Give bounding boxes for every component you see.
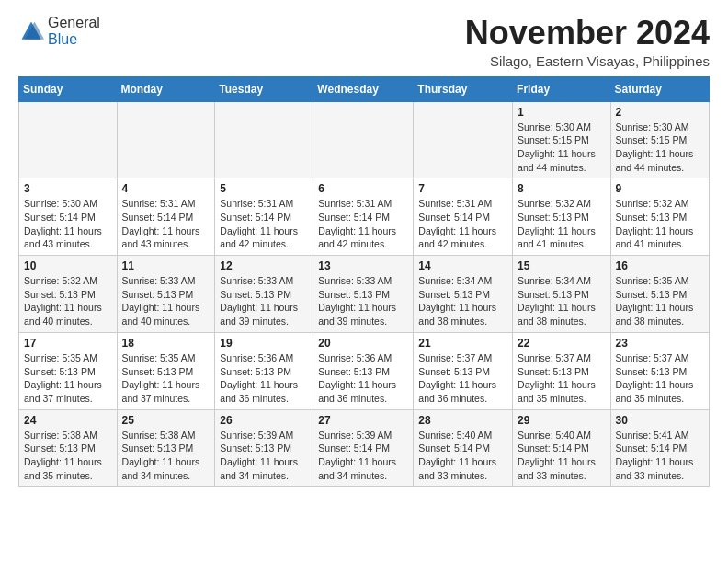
day-cell: 18Sunrise: 5:35 AM Sunset: 5:13 PM Dayli…: [117, 332, 215, 409]
day-info: Sunrise: 5:35 AM Sunset: 5:13 PM Dayligh…: [122, 351, 210, 406]
day-info: Sunrise: 5:31 AM Sunset: 5:14 PM Dayligh…: [418, 197, 507, 251]
day-number: 6: [318, 182, 408, 195]
day-cell: 13Sunrise: 5:33 AM Sunset: 5:13 PM Dayli…: [313, 256, 414, 333]
day-number: 8: [518, 182, 606, 195]
day-cell: 14Sunrise: 5:34 AM Sunset: 5:13 PM Dayli…: [414, 256, 513, 333]
day-info: Sunrise: 5:37 AM Sunset: 5:13 PM Dayligh…: [616, 351, 704, 406]
day-cell: 24Sunrise: 5:38 AM Sunset: 5:13 PM Dayli…: [19, 409, 118, 487]
week-row-5: 24Sunrise: 5:38 AM Sunset: 5:13 PM Dayli…: [19, 409, 710, 487]
logo-area: General Blue: [18, 15, 100, 48]
day-info: Sunrise: 5:39 AM Sunset: 5:14 PM Dayligh…: [318, 429, 408, 483]
day-cell: 1Sunrise: 5:30 AM Sunset: 5:15 PM Daylig…: [513, 101, 611, 178]
day-cell: 25Sunrise: 5:38 AM Sunset: 5:13 PM Dayli…: [117, 409, 215, 487]
weekday-header-thursday: Thursday: [414, 76, 513, 101]
calendar-table: SundayMondayTuesdayWednesdayThursdayFrid…: [18, 76, 710, 488]
weekday-header-wednesday: Wednesday: [313, 76, 414, 101]
header: General Blue November 2024 Silago, Easte…: [18, 15, 710, 69]
day-cell: [215, 101, 313, 178]
day-number: 17: [24, 337, 112, 350]
day-cell: 22Sunrise: 5:37 AM Sunset: 5:13 PM Dayli…: [513, 332, 611, 409]
day-cell: 12Sunrise: 5:33 AM Sunset: 5:13 PM Dayli…: [215, 256, 313, 333]
day-info: Sunrise: 5:34 AM Sunset: 5:13 PM Dayligh…: [518, 274, 606, 328]
day-number: 26: [220, 414, 308, 427]
day-cell: 8Sunrise: 5:32 AM Sunset: 5:13 PM Daylig…: [513, 178, 611, 256]
logo-text: General Blue: [48, 15, 100, 48]
day-number: 9: [616, 182, 704, 195]
day-number: 16: [616, 259, 704, 272]
day-cell: [19, 101, 118, 178]
day-info: Sunrise: 5:36 AM Sunset: 5:13 PM Dayligh…: [220, 351, 308, 406]
weekday-header-monday: Monday: [117, 76, 215, 101]
weekday-header-row: SundayMondayTuesdayWednesdayThursdayFrid…: [19, 76, 710, 101]
day-cell: 15Sunrise: 5:34 AM Sunset: 5:13 PM Dayli…: [513, 256, 611, 333]
page: General Blue November 2024 Silago, Easte…: [0, 0, 728, 501]
day-cell: 19Sunrise: 5:36 AM Sunset: 5:13 PM Dayli…: [215, 332, 313, 409]
day-number: 13: [318, 259, 408, 272]
day-cell: 7Sunrise: 5:31 AM Sunset: 5:14 PM Daylig…: [414, 178, 513, 256]
day-info: Sunrise: 5:32 AM Sunset: 5:13 PM Dayligh…: [518, 197, 606, 251]
day-info: Sunrise: 5:39 AM Sunset: 5:13 PM Dayligh…: [220, 429, 308, 483]
day-info: Sunrise: 5:30 AM Sunset: 5:15 PM Dayligh…: [616, 121, 704, 175]
day-info: Sunrise: 5:33 AM Sunset: 5:13 PM Dayligh…: [220, 274, 308, 328]
logo-icon: [18, 18, 44, 44]
day-info: Sunrise: 5:30 AM Sunset: 5:14 PM Dayligh…: [24, 197, 112, 251]
day-number: 2: [616, 106, 704, 119]
day-number: 5: [220, 182, 308, 195]
title-area: November 2024 Silago, Eastern Visayas, P…: [465, 15, 710, 69]
day-cell: 11Sunrise: 5:33 AM Sunset: 5:13 PM Dayli…: [117, 256, 215, 333]
day-number: 18: [122, 337, 210, 350]
day-cell: 3Sunrise: 5:30 AM Sunset: 5:14 PM Daylig…: [19, 178, 118, 256]
day-cell: 17Sunrise: 5:35 AM Sunset: 5:13 PM Dayli…: [19, 332, 118, 409]
day-number: 21: [418, 337, 507, 350]
day-info: Sunrise: 5:32 AM Sunset: 5:13 PM Dayligh…: [616, 197, 704, 251]
weekday-header-tuesday: Tuesday: [215, 76, 313, 101]
day-info: Sunrise: 5:33 AM Sunset: 5:13 PM Dayligh…: [318, 274, 408, 328]
day-cell: 28Sunrise: 5:40 AM Sunset: 5:14 PM Dayli…: [414, 409, 513, 487]
day-info: Sunrise: 5:40 AM Sunset: 5:14 PM Dayligh…: [418, 429, 507, 483]
day-number: 22: [518, 337, 606, 350]
week-row-2: 3Sunrise: 5:30 AM Sunset: 5:14 PM Daylig…: [19, 178, 710, 256]
day-cell: 10Sunrise: 5:32 AM Sunset: 5:13 PM Dayli…: [19, 256, 118, 333]
week-row-1: 1Sunrise: 5:30 AM Sunset: 5:15 PM Daylig…: [19, 101, 710, 178]
day-cell: 29Sunrise: 5:40 AM Sunset: 5:14 PM Dayli…: [513, 409, 611, 487]
day-info: Sunrise: 5:32 AM Sunset: 5:13 PM Dayligh…: [24, 274, 112, 328]
location: Silago, Eastern Visayas, Philippines: [465, 53, 710, 69]
week-row-3: 10Sunrise: 5:32 AM Sunset: 5:13 PM Dayli…: [19, 256, 710, 333]
logo-blue: Blue: [48, 31, 77, 47]
day-number: 11: [122, 259, 210, 272]
day-cell: 20Sunrise: 5:36 AM Sunset: 5:13 PM Dayli…: [313, 332, 414, 409]
week-row-4: 17Sunrise: 5:35 AM Sunset: 5:13 PM Dayli…: [19, 332, 710, 409]
day-number: 12: [220, 259, 308, 272]
day-number: 24: [24, 414, 112, 427]
day-info: Sunrise: 5:35 AM Sunset: 5:13 PM Dayligh…: [616, 274, 704, 328]
day-cell: [313, 101, 414, 178]
day-info: Sunrise: 5:33 AM Sunset: 5:13 PM Dayligh…: [122, 274, 210, 328]
day-info: Sunrise: 5:35 AM Sunset: 5:13 PM Dayligh…: [24, 351, 112, 406]
day-cell: 4Sunrise: 5:31 AM Sunset: 5:14 PM Daylig…: [117, 178, 215, 256]
day-number: 25: [122, 414, 210, 427]
day-info: Sunrise: 5:38 AM Sunset: 5:13 PM Dayligh…: [24, 429, 112, 483]
day-cell: 26Sunrise: 5:39 AM Sunset: 5:13 PM Dayli…: [215, 409, 313, 487]
day-info: Sunrise: 5:30 AM Sunset: 5:15 PM Dayligh…: [518, 121, 606, 175]
day-cell: [414, 101, 513, 178]
day-cell: 6Sunrise: 5:31 AM Sunset: 5:14 PM Daylig…: [313, 178, 414, 256]
day-info: Sunrise: 5:38 AM Sunset: 5:13 PM Dayligh…: [122, 429, 210, 483]
day-number: 23: [616, 337, 704, 350]
day-info: Sunrise: 5:37 AM Sunset: 5:13 PM Dayligh…: [418, 351, 507, 406]
day-number: 27: [318, 414, 408, 427]
day-number: 4: [122, 182, 210, 195]
day-cell: 21Sunrise: 5:37 AM Sunset: 5:13 PM Dayli…: [414, 332, 513, 409]
weekday-header-sunday: Sunday: [19, 76, 118, 101]
day-number: 30: [616, 414, 704, 427]
day-cell: 30Sunrise: 5:41 AM Sunset: 5:14 PM Dayli…: [610, 409, 709, 487]
logo-general: General: [48, 15, 100, 30]
day-number: 28: [418, 414, 507, 427]
day-info: Sunrise: 5:40 AM Sunset: 5:14 PM Dayligh…: [518, 429, 606, 483]
day-info: Sunrise: 5:41 AM Sunset: 5:14 PM Dayligh…: [616, 429, 704, 483]
day-cell: [117, 101, 215, 178]
day-cell: 5Sunrise: 5:31 AM Sunset: 5:14 PM Daylig…: [215, 178, 313, 256]
day-number: 15: [518, 259, 606, 272]
day-cell: 9Sunrise: 5:32 AM Sunset: 5:13 PM Daylig…: [610, 178, 709, 256]
day-number: 29: [518, 414, 606, 427]
day-number: 7: [418, 182, 507, 195]
